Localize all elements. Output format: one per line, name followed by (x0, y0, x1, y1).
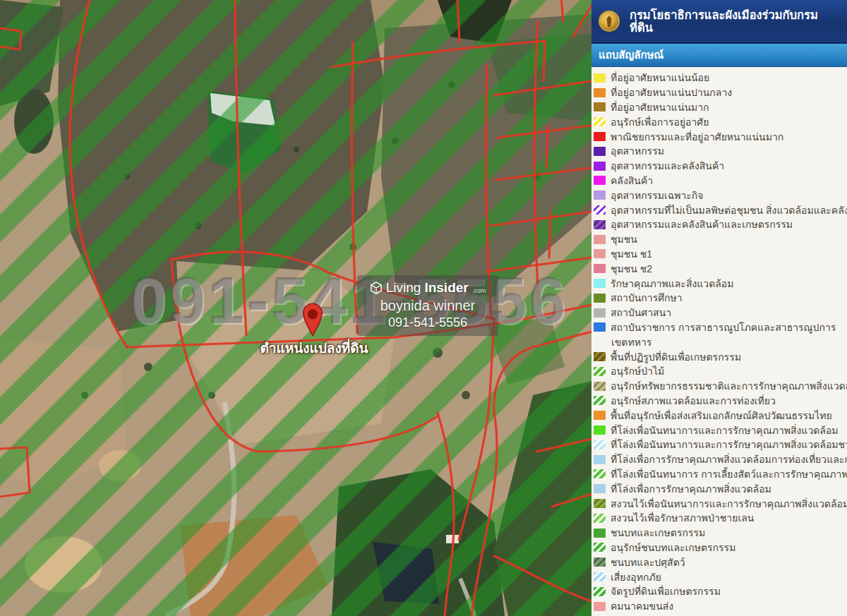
legend-title-bar: แถบสัญลักษณ์ (591, 44, 847, 67)
watermark-phone: 091-541-5556 (360, 315, 495, 330)
legend-item: พื้นที่ปฏิรูปที่ดินเพื่อเกษตรกรรม (594, 349, 847, 364)
legend-item: สงวนไว้เพื่อนันทนาการและการรักษาคุณภาพสิ… (594, 496, 847, 511)
legend-item: ที่โล่งเพื่อการรักษาคุณภาพสิ่งแวดล้อมการ… (594, 452, 847, 467)
legend-swatch-icon (594, 220, 606, 229)
legend-item: ชนบทและเกษตรกรรม (594, 526, 847, 540)
legend-swatch-icon (594, 572, 606, 581)
legend-item: ชุมชน (594, 232, 847, 247)
location-pin-icon[interactable] (299, 298, 326, 338)
legend-item: อุตสาหกรรมเฉพาะกิจ (594, 188, 847, 203)
land-plot-viewer: 091-541-5556 LivingInsider.com boynida w… (0, 0, 847, 616)
legend-item-label: ที่โล่งเพื่อนันทนาการและการรักษาคุณภาพสิ… (611, 423, 839, 437)
legend-item-label: สถาบันการศึกษา (611, 291, 683, 306)
legend-item: อนุรักษ์เพื่อการอยู่อาศัย (594, 114, 847, 129)
legend-item-label: อุตสาหกรรมที่ไม่เป็นมลพิษต่อชุมชน สิ่งแว… (611, 203, 847, 217)
legend-swatch-icon (594, 322, 606, 332)
legend-item: ที่โล่งเพื่อนันทนาการและการรักษาคุณภาพสิ… (594, 437, 847, 452)
panel-header: กรมโยธาธิการและผังเมืองร่วมกับกรมที่ดิน (591, 0, 847, 44)
legend-swatch-icon (594, 587, 606, 596)
legend-item-label: อุตสาหกรรม (611, 144, 664, 159)
legend-swatch-icon (594, 499, 606, 508)
watermark-username: boynida winner (360, 298, 495, 314)
legend-swatch-icon (594, 484, 606, 493)
legend-list: ที่อยู่อาศัยหนาแน่นน้อยที่อยู่อาศัยหนาแน… (591, 67, 847, 613)
legend-swatch-icon (594, 529, 606, 538)
legend-swatch-icon (594, 132, 606, 141)
legend-swatch-icon (594, 602, 606, 611)
legend-item-label: อุตสาหกรรมและคลังสินค้าและเกษตรกรรม (611, 217, 793, 232)
legend-swatch-icon (594, 543, 606, 552)
legend-swatch-icon (594, 352, 606, 361)
legend-item: อุตสาหกรรมและคลังสินค้าและเกษตรกรรม (594, 217, 847, 232)
legend-item: ที่โล่งเพื่อนันทนาการและการรักษาคุณภาพสิ… (594, 423, 847, 437)
legend-item-label: ชนบทและปศุสัตว์ (611, 555, 685, 569)
brand-tld: .com (472, 287, 486, 296)
legend-panel: กรมโยธาธิการและผังเมืองร่วมกับกรมที่ดิน … (591, 0, 847, 616)
legend-item-label: อนุรักษ์เพื่อการอยู่อาศัย (611, 114, 709, 129)
legend-item: รักษาคุณภาพและสิ่งแวดล้อม (594, 276, 847, 291)
legend-item-label: คลังสินค้า (611, 174, 653, 188)
thai-government-seal-icon (599, 11, 620, 32)
legend-swatch-icon (594, 367, 606, 376)
legend-item-label: ที่โล่งเพื่อนันทนาการ การเลี้ยงสัตว์และก… (611, 467, 847, 482)
legend-item-label: สงวนไว้เพื่อนันทนาการและการรักษาคุณภาพสิ… (611, 496, 847, 511)
legend-item-continuation: เขตทหาร (594, 334, 847, 349)
legend-item: จัดรูปที่ดินเพื่อเกษตรกรรม (594, 584, 847, 599)
legend-item-label: พื้นที่ปฏิรูปที่ดินเพื่อเกษตรกรรม (611, 349, 741, 364)
legend-item: ที่อยู่อาศัยหนาแน่นปานกลาง (594, 85, 847, 100)
legend-swatch-icon (594, 73, 606, 83)
legend-item: ชนบทและปศุสัตว์ (594, 555, 847, 569)
satellite-map[interactable]: 091-541-5556 LivingInsider.com boynida w… (0, 0, 591, 616)
legend-item: อนุรักษ์ป่าไม้ (594, 364, 847, 379)
brand-insider: Insider (424, 280, 468, 296)
legend-swatch-icon (594, 411, 606, 420)
legend-item: พาณิชยกรรมและที่อยู่อาศัยหนาแน่นมาก (594, 129, 847, 144)
brand-living: Living (386, 280, 421, 296)
legend-item: ชุมชน ช2 (594, 261, 847, 276)
legend-swatch-icon (594, 557, 606, 567)
legend-item-label: อุตสาหกรรมและคลังสินค้า (611, 159, 724, 174)
legend-swatch-icon (594, 279, 606, 288)
legend-item: คลังสินค้า (594, 174, 847, 188)
legend-item-label: จัดรูปที่ดินเพื่อเกษตรกรรม (611, 584, 721, 599)
legend-item-label: ที่อยู่อาศัยหนาแน่นปานกลาง (611, 85, 732, 100)
legend-swatch-icon (594, 249, 606, 258)
legend-item-label: ที่อยู่อาศัยหนาแน่นมาก (611, 100, 709, 115)
legend-item: ที่โล่งเพื่อการรักษาคุณภาพสิ่งแวดล้อม (594, 481, 847, 496)
legend-item-label: อนุรักษ์ชนบทและเกษตรกรรม (611, 540, 735, 555)
legend-item: ที่อยู่อาศัยหนาแน่นมาก (594, 100, 847, 115)
legend-item-label: ชุมชน ช2 (611, 261, 652, 276)
legend-swatch-icon (594, 469, 606, 478)
legend-item-label: สงวนไว้เพื่อรักษาสภาพป่าชายเลน (611, 511, 754, 526)
legend-item-label: อนุรักษ์ทรัพยากรธรรมชาติและการรักษาคุณภา… (611, 379, 847, 394)
legend-item-label: รักษาคุณภาพและสิ่งแวดล้อม (611, 276, 733, 291)
legend-swatch-icon (594, 264, 606, 273)
pin-label: ตำแหน่งแปลงที่ดิน (242, 337, 386, 358)
legend-swatch-icon (594, 205, 606, 215)
legend-item: สถาบันศาสนา (594, 306, 847, 320)
legend-item: พื้นที่อนุรักษ์เพื่อส่งเสริมเอกลักษณ์ศิล… (594, 408, 847, 423)
legend-item: อนุรักษ์ทรัพยากรธรรมชาติและการรักษาคุณภา… (594, 379, 847, 394)
legend-item: คมนาคมขนส่ง (594, 599, 847, 614)
legend-item-label: อุตสาหกรรมเฉพาะกิจ (611, 188, 704, 203)
phone-watermark: 091-541-5556 (106, 264, 591, 338)
legend-swatch-icon (594, 396, 606, 405)
legend-item-label: อนุรักษ์สภาพแวดล้อมและการท่องเที่ยว (611, 394, 776, 409)
legend-item-label: ที่อยู่อาศัยหนาแน่นน้อย (611, 71, 709, 85)
legend-item: เสี่ยงอุทกภัย (594, 569, 847, 584)
legend-item-label: สถาบันศาสนา (611, 306, 671, 320)
legend-item-label: ที่โล่งเพื่อการรักษาคุณภาพสิ่งแวดล้อมการ… (611, 452, 847, 467)
legend-swatch-icon (594, 88, 606, 97)
legend-item-label: อนุรักษ์ป่าไม้ (611, 364, 664, 379)
legend-swatch-icon (594, 382, 606, 391)
legend-item-label: พื้นที่อนุรักษ์เพื่อส่งเสริมเอกลักษณ์ศิล… (611, 408, 832, 423)
legend-swatch-icon (594, 455, 606, 464)
legend-item-label: สถาบันราชการ การสาธารณูปโภคและสาธารณูปกา… (611, 320, 836, 335)
legend-swatch-icon (594, 102, 606, 111)
legend-item-label: เขตทหาร (611, 334, 651, 349)
legend-item: ที่อยู่อาศัยหนาแน่นน้อย (594, 71, 847, 85)
legend-item-label: ชุมชน ช1 (611, 247, 652, 262)
legend-item: ที่โล่งเพื่อนันทนาการ การเลี้ยงสัตว์และก… (594, 467, 847, 482)
legend-item: อนุรักษ์สภาพแวดล้อมและการท่องเที่ยว (594, 394, 847, 409)
legend-item: สถาบันราชการ การสาธารณูปโภคและสาธารณูปกา… (594, 320, 847, 335)
